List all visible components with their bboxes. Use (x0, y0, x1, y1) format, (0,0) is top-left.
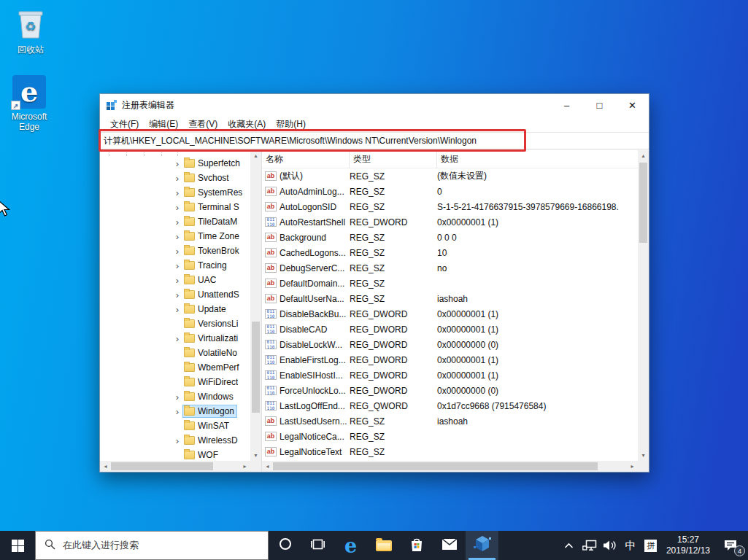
expand-chevron-icon[interactable]: › (171, 392, 183, 402)
expand-chevron-icon[interactable]: › (171, 217, 183, 228)
menu-edit[interactable]: 编辑(E) (144, 117, 183, 132)
registry-value-row[interactable]: abAutoAdminLog...REG_SZ0 (262, 184, 638, 199)
tree-vscroll-thumb[interactable] (252, 322, 260, 413)
tree-item[interactable]: ›Terminal S (100, 200, 250, 214)
tray-clock[interactable]: 15:27 2019/12/13 (662, 531, 714, 560)
expand-chevron-icon[interactable]: › (171, 187, 183, 198)
tree-item[interactable]: VersionsLi (100, 316, 250, 331)
taskbar-store-button[interactable] (400, 531, 433, 560)
tray-volume-icon[interactable] (601, 531, 620, 560)
registry-value-row[interactable]: abDebugServerC...REG_SZno (262, 260, 638, 276)
registry-value-row[interactable]: abAutoLogonSIDREG_SZS-1-5-21-4176637915-… (262, 199, 638, 214)
expand-chevron-icon[interactable]: › (171, 246, 183, 257)
tray-ime-mode[interactable]: 拼 (641, 531, 660, 560)
tree-item[interactable]: ›Update (100, 302, 250, 316)
scroll-down-icon[interactable]: ▾ (638, 450, 649, 461)
tree-item[interactable]: ›Tracing (100, 258, 250, 273)
scroll-down-icon[interactable]: ▾ (250, 450, 261, 461)
address-bar[interactable]: 计算机\HKEY_LOCAL_MACHINE\SOFTWARE\Microsof… (100, 132, 649, 149)
taskbar-edge-button[interactable]: e (334, 531, 367, 560)
tree-item[interactable]: ›UnattendS (100, 287, 250, 302)
menu-file[interactable]: 文件(F) (105, 117, 144, 132)
registry-value-row[interactable]: ab(默认)REG_SZ(数值未设置) (262, 168, 638, 184)
list-vertical-scrollbar[interactable]: ▴ ▾ (638, 150, 649, 461)
tree-item[interactable]: ›UAC (100, 273, 250, 287)
registry-value-row[interactable]: 011110EnableFirstLog...REG_DWORD0x000000… (262, 352, 638, 368)
taskbar-cortana-button[interactable] (269, 531, 301, 560)
tree-horizontal-scrollbar[interactable]: ◂ ▸ (100, 461, 250, 472)
tray-ime-language[interactable]: 中 (621, 531, 640, 560)
tree-item[interactable]: ›Windows (100, 389, 250, 404)
minimize-button[interactable]: – (550, 94, 583, 116)
taskbar-search-box[interactable]: 在此键入进行搜索 (35, 531, 269, 560)
tree-item[interactable]: VolatileNo (100, 346, 250, 360)
menu-favorites[interactable]: 收藏夹(A) (223, 117, 271, 132)
scroll-left-icon[interactable]: ◂ (262, 461, 273, 472)
tray-network-icon[interactable] (580, 531, 599, 560)
registry-value-row[interactable]: abDefaultUserNa...REG_SZiashoah (262, 291, 638, 306)
column-name[interactable]: 名称 (262, 150, 350, 168)
maximize-button[interactable]: □ (583, 94, 616, 116)
action-center-button[interactable]: 4 (716, 531, 745, 560)
expand-chevron-icon[interactable]: › (171, 333, 183, 344)
tree-item[interactable]: ›Superfetch (100, 156, 250, 171)
scroll-right-icon[interactable]: ▸ (627, 461, 638, 472)
column-data[interactable]: 数据 (437, 150, 649, 168)
expand-chevron-icon[interactable]: › (171, 231, 183, 242)
taskbar-task-view-button[interactable] (301, 531, 334, 560)
list-hscroll-thumb[interactable] (273, 462, 598, 470)
tree-item[interactable]: ›TileDataM (100, 214, 250, 229)
tree-item[interactable]: ›Svchost (100, 171, 250, 185)
menu-help[interactable]: 帮助(H) (271, 117, 311, 132)
menu-view[interactable]: 查看(V) (183, 117, 223, 132)
scroll-up-icon[interactable]: ▴ (250, 150, 261, 161)
registry-value-row[interactable]: abBackgroundREG_SZ0 0 0 (262, 230, 638, 245)
tree-item[interactable]: ›TokenBrok (100, 244, 250, 258)
tray-chevron-up-icon[interactable] (560, 531, 579, 560)
scroll-up-icon[interactable]: ▴ (638, 150, 649, 161)
registry-value-row[interactable]: 011110DisableBackBu...REG_DWORD0x0000000… (262, 306, 638, 322)
registry-value-row[interactable]: 011110ForceUnlockLo...REG_DWORD0x0000000… (262, 383, 638, 398)
registry-value-row[interactable]: 011110LastLogOffEnd...REG_QWORD0x1d7cc96… (262, 398, 638, 413)
expand-chevron-icon[interactable]: › (171, 173, 183, 184)
registry-value-row[interactable]: 011110DisableCADREG_DWORD0x00000001 (1) (262, 322, 638, 337)
expand-chevron-icon[interactable]: › (171, 275, 183, 286)
desktop-icon-edge[interactable]: e ↗ Microsoft Edge (1, 75, 57, 132)
close-button[interactable]: ✕ (616, 94, 649, 116)
expand-chevron-icon[interactable]: › (171, 260, 183, 271)
tree-item[interactable]: WiFiDirect (100, 375, 250, 389)
registry-value-row[interactable]: abCachedLogons...REG_SZ10 (262, 245, 638, 260)
tree-item[interactable]: ›Virtualizati (100, 331, 250, 346)
column-type[interactable]: 类型 (350, 150, 437, 168)
scroll-left-icon[interactable]: ◂ (100, 461, 111, 472)
registry-value-row[interactable]: abLegalNoticeTextREG_SZ (262, 444, 638, 459)
expand-chevron-icon[interactable]: › (171, 289, 183, 300)
tree-item[interactable]: WbemPerf (100, 360, 250, 375)
tree-item[interactable]: WOF (100, 448, 250, 461)
scroll-right-icon[interactable]: ▸ (239, 461, 250, 472)
taskbar-file-explorer-button[interactable] (367, 531, 400, 560)
tree-item[interactable]: ›Time Zone (100, 229, 250, 244)
list-vscroll-thumb[interactable] (639, 163, 647, 243)
tree-item[interactable]: ›WirelessD (100, 433, 250, 448)
registry-value-row[interactable]: 011110DisableLockW...REG_DWORD0x00000000… (262, 337, 638, 352)
tree-item[interactable]: ›SystemRes (100, 185, 250, 200)
taskbar-mail-button[interactable] (433, 531, 466, 560)
start-button[interactable] (0, 531, 35, 560)
registry-value-row[interactable]: abDefaultDomain...REG_SZ (262, 276, 638, 291)
registry-value-row[interactable]: 011110EnableSIHostI...REG_DWORD0x0000000… (262, 368, 638, 383)
tree-hscroll-thumb[interactable] (111, 462, 213, 470)
taskbar-registry-editor-button[interactable] (466, 531, 498, 560)
tree-item[interactable]: ›Winlogon (100, 404, 250, 419)
expand-chevron-icon[interactable]: › (171, 406, 183, 417)
list-horizontal-scrollbar[interactable]: ◂ ▸ (262, 461, 638, 472)
expand-chevron-icon[interactable]: › (171, 158, 183, 169)
tree-vertical-scrollbar[interactable]: ▴ ▾ (250, 150, 261, 461)
tree-item[interactable]: WinSAT (100, 419, 250, 433)
expand-chevron-icon[interactable]: › (171, 304, 183, 315)
registry-value-row[interactable]: 011110AutoRestartShellREG_DWORD0x0000000… (262, 214, 638, 230)
registry-value-row[interactable]: abLastUsedUsern...REG_SZiashoah (262, 413, 638, 429)
title-bar[interactable]: 注册表编辑器 – □ ✕ (100, 94, 649, 116)
expand-chevron-icon[interactable]: › (171, 202, 183, 213)
desktop-icon-recycle-bin[interactable]: ♻ 回收站 (3, 6, 58, 56)
